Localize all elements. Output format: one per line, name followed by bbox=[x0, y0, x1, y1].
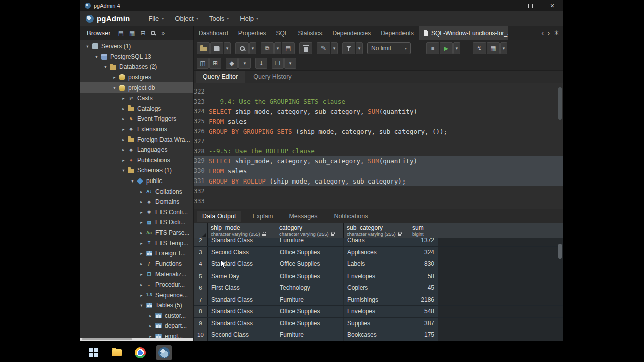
tab-dependents[interactable]: Dependents bbox=[376, 26, 419, 40]
chevron-down-icon[interactable]: ▾ bbox=[94, 54, 99, 59]
chevron-right-icon[interactable]: ▸ bbox=[139, 210, 144, 215]
tab-messages[interactable]: Messages bbox=[283, 211, 323, 222]
copy-button[interactable]: ⧉ bbox=[261, 42, 274, 54]
chevron-right-icon[interactable]: ▸ bbox=[139, 251, 144, 256]
chevron-right-icon[interactable]: ▸ bbox=[121, 158, 126, 163]
tree-item-catalogs[interactable]: ▸Catalogs bbox=[80, 104, 193, 114]
graph-visualiser-button[interactable]: ◆ bbox=[226, 58, 238, 69]
tree-item-schemas-1[interactable]: ▾Schemas (1) bbox=[80, 165, 193, 176]
cell[interactable]: Office Supplies bbox=[276, 306, 344, 317]
tab-sql[interactable]: SQL bbox=[271, 26, 293, 40]
tree-item-postgresql-13[interactable]: ▾PostgreSQL 13 bbox=[80, 52, 193, 62]
cell[interactable]: Technology bbox=[276, 282, 344, 294]
start-button[interactable] bbox=[86, 345, 101, 360]
tree-item-fts-dicti[interactable]: ▸▤FTS Dicti... bbox=[80, 217, 193, 228]
tree-item-procedur[interactable]: ▸≡Procedur... bbox=[80, 280, 193, 290]
cell[interactable]: Envelopes bbox=[344, 306, 409, 317]
tree-item-databases-2[interactable]: ▾Databases (2) bbox=[80, 62, 193, 72]
chevron-right-icon[interactable]: ▸ bbox=[139, 199, 144, 204]
cell[interactable]: 830 bbox=[409, 258, 438, 270]
tree-item-event-triggers[interactable]: ▸↯Event Triggers bbox=[80, 114, 193, 124]
find-button[interactable] bbox=[235, 42, 249, 54]
chevron-right-icon[interactable]: ▸ bbox=[139, 189, 144, 194]
browser-collapse-icon[interactable]: ⊟ bbox=[140, 30, 145, 37]
table-row-4[interactable]: 4Standard ClassOffice SuppliesLabels830 bbox=[194, 258, 564, 270]
cell[interactable]: Office Supplies bbox=[276, 247, 344, 258]
download-results-button[interactable]: ↧ bbox=[255, 58, 267, 69]
cell[interactable]: Standard Class bbox=[208, 318, 276, 329]
chevron-right-icon[interactable]: ▸ bbox=[139, 261, 144, 266]
chevron-right-icon[interactable]: ▸ bbox=[121, 116, 126, 121]
file-explorer-button[interactable] bbox=[109, 345, 124, 360]
tree-item-public[interactable]: ▾public bbox=[80, 176, 193, 187]
cell[interactable]: Furnishings bbox=[344, 294, 409, 306]
cell[interactable]: Appliances bbox=[344, 247, 409, 258]
save-button[interactable] bbox=[210, 42, 223, 54]
tab-data-output[interactable]: Data Output bbox=[197, 211, 242, 222]
explain-button[interactable]: ↯ bbox=[473, 42, 486, 54]
column-header-sum[interactable]: sumbigint bbox=[409, 223, 438, 238]
results-scrollbar[interactable] bbox=[558, 244, 562, 259]
column-header-sub-category[interactable]: sub_categorycharacter varying (255) bbox=[344, 223, 409, 238]
cell[interactable]: Second Class bbox=[208, 247, 276, 258]
tree-item-extensions[interactable]: ▸❖Extensions bbox=[80, 124, 193, 135]
result-copy-caret[interactable]: ▾ bbox=[284, 58, 296, 69]
cell[interactable]: Second Class bbox=[208, 329, 276, 341]
editor-scrollbar[interactable] bbox=[558, 87, 562, 120]
cell[interactable]: 387 bbox=[409, 318, 438, 329]
tree-item-project-db[interactable]: ▾project-db bbox=[80, 82, 193, 93]
menu-file[interactable]: File▾ bbox=[143, 11, 169, 26]
chevron-right-icon[interactable]: ▸ bbox=[139, 272, 144, 277]
cell[interactable]: 58 bbox=[409, 270, 438, 282]
tree-item-foreign-t[interactable]: ▸Foreign T... bbox=[80, 248, 193, 259]
chevron-right-icon[interactable]: ▸ bbox=[148, 313, 153, 318]
cell[interactable]: Office Supplies bbox=[276, 258, 344, 270]
column-header-ship-mode[interactable]: ship_modecharacter varying (255) bbox=[208, 223, 276, 238]
row-number[interactable]: 10 bbox=[194, 329, 208, 341]
chevron-down-icon[interactable]: ▾ bbox=[121, 168, 126, 173]
scratch-pad-toggle[interactable]: ◫ bbox=[197, 58, 209, 69]
history-pane-toggle[interactable]: ⊞ bbox=[209, 58, 221, 69]
row-number[interactable]: 4 bbox=[194, 258, 208, 270]
tree-item-casts[interactable]: ▸⇄Casts bbox=[80, 93, 193, 104]
chevron-right-icon[interactable]: ▸ bbox=[121, 96, 126, 101]
minimize-button[interactable] bbox=[497, 0, 519, 11]
tab-sql-query-file[interactable]: SQL-Window-Functions-for_An bbox=[419, 26, 508, 40]
find-options-caret[interactable]: ▾ bbox=[249, 42, 256, 54]
browser-run-icon[interactable]: » bbox=[161, 30, 165, 37]
tab-query-editor[interactable]: Query Editor bbox=[196, 71, 245, 83]
tab-scroll-right-icon[interactable]: › bbox=[548, 29, 550, 37]
tree-item-sequence[interactable]: ▸1.3Sequence... bbox=[80, 290, 193, 300]
tree-item-collations[interactable]: ▸A↓Collations bbox=[80, 186, 193, 197]
chrome-button[interactable] bbox=[133, 345, 148, 360]
tree-item-publications[interactable]: ▸✦Publications bbox=[80, 155, 193, 166]
table-row-6[interactable]: 6First ClassTechnologyCopiers45 bbox=[194, 282, 564, 294]
close-button[interactable]: ✕ bbox=[541, 0, 564, 11]
chevron-down-icon[interactable]: ▾ bbox=[130, 178, 135, 184]
cell[interactable]: Furniture bbox=[276, 238, 344, 246]
graph-visualiser-caret[interactable]: ▾ bbox=[238, 58, 251, 69]
chevron-right-icon[interactable]: ▸ bbox=[139, 282, 144, 287]
cell[interactable]: 175 bbox=[409, 329, 438, 341]
browser-grid-icon[interactable]: ▦ bbox=[129, 30, 135, 37]
cell[interactable]: Furniture bbox=[276, 329, 344, 341]
chevron-down-icon[interactable]: ▾ bbox=[85, 44, 90, 49]
tree-horizontal-scrollbar[interactable] bbox=[80, 338, 193, 341]
tree-item-tables-5[interactable]: ▾Tables (5) bbox=[80, 300, 193, 311]
filter-options-caret[interactable]: ▾ bbox=[356, 42, 363, 54]
tree-item-materializ[interactable]: ▸❒Materializ... bbox=[80, 269, 193, 280]
chevron-down-icon[interactable]: ▾ bbox=[139, 303, 144, 308]
tree-item-postgres[interactable]: ▸postgres bbox=[80, 72, 193, 83]
tree-item-depart[interactable]: ▸depart... bbox=[80, 321, 193, 331]
row-number[interactable]: 8 bbox=[194, 306, 208, 317]
cell[interactable]: Chairs bbox=[344, 238, 409, 246]
column-header-category[interactable]: categorycharacter varying (255) bbox=[276, 223, 344, 238]
table-row-3[interactable]: 3Second ClassOffice SuppliesAppliances32… bbox=[194, 247, 564, 259]
browser-search-icon[interactable] bbox=[151, 31, 155, 35]
cell[interactable]: Furniture bbox=[276, 294, 344, 306]
edit-button[interactable]: ✎ bbox=[317, 42, 330, 54]
execute-options-caret[interactable]: ▾ bbox=[453, 42, 460, 54]
tree-item-fts-temp[interactable]: ▸TFTS Temp... bbox=[80, 238, 193, 248]
cell[interactable]: Office Supplies bbox=[276, 270, 344, 282]
row-number[interactable]: 3 bbox=[194, 247, 208, 258]
